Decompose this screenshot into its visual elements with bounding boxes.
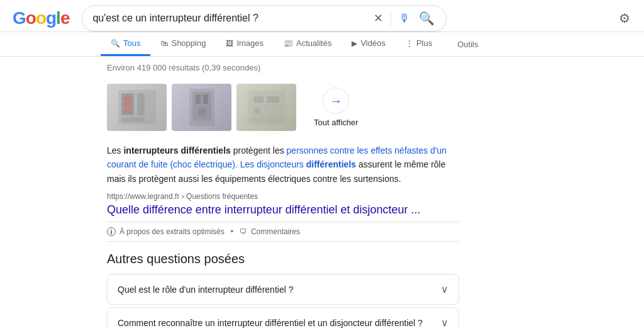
header: Google ✕ 🎙 🔍 ⚙ <box>0 0 644 32</box>
source-url: https://www.legrand.fr › Questions fréqu… <box>107 192 459 201</box>
search-button[interactable]: 🔍 <box>418 9 436 27</box>
arrow-circle: → <box>323 88 349 114</box>
search-input[interactable] <box>92 13 367 24</box>
tab-images-icon: 🖼 <box>226 39 233 48</box>
tab-plus-icon: ⋮ <box>406 39 413 48</box>
extract-label: À propos des extraits optimisés <box>119 227 225 236</box>
tab-tous[interactable]: 🔍 Tous <box>101 32 150 56</box>
svg-rect-8 <box>192 92 211 120</box>
tools-button[interactable]: Outils <box>447 33 488 55</box>
image-1[interactable] <box>107 84 167 131</box>
faq-item-2[interactable]: Comment reconnaître un interrupteur diff… <box>107 307 459 328</box>
tab-actualites-label: Actualités <box>296 38 331 48</box>
comment-icon: 🗨 <box>240 227 247 236</box>
mic-icon: 🎙 <box>399 12 410 25</box>
tab-shopping-icon: 🛍 <box>160 39 168 48</box>
header-right: ⚙ <box>618 9 631 27</box>
tab-tous-label: Tous <box>123 38 140 48</box>
clear-icon: ✕ <box>374 11 383 25</box>
faq-question-1: Quel est le rôle d'un interrupteur diffé… <box>118 285 293 295</box>
circuit-board-icon-2 <box>180 87 224 128</box>
show-all-button[interactable]: → Tout afficher <box>301 81 371 133</box>
svg-rect-4 <box>124 96 131 101</box>
autres-questions-title: Autres questions posées <box>107 252 459 266</box>
tab-plus[interactable]: ⋮ Plus <box>396 32 442 56</box>
svg-rect-16 <box>267 96 279 103</box>
autres-questions-section: Autres questions posées Quel est le rôle… <box>107 252 459 328</box>
svg-rect-12 <box>194 118 210 122</box>
main-content: Environ 419 000 résultats (0,39 secondes… <box>0 57 566 328</box>
chevron-down-icon-1: ∨ <box>441 283 448 295</box>
svg-rect-5 <box>124 102 131 107</box>
tab-images[interactable]: 🖼 Images <box>216 32 274 56</box>
tab-actualites[interactable]: 📰 Actualités <box>274 32 341 56</box>
mic-button[interactable]: 🎙 <box>397 11 411 26</box>
extract-footer: ℹ À propos des extraits optimisés • 🗨 Co… <box>107 222 459 242</box>
gear-icon: ⚙ <box>619 11 630 26</box>
arrow-icon: → <box>330 94 342 108</box>
nav-tabs: 🔍 Tous 🛍 Shopping 🖼 Images 📰 Actualités … <box>0 32 644 57</box>
tab-shopping-label: Shopping <box>171 38 206 48</box>
svg-rect-6 <box>124 108 131 113</box>
chevron-down-icon-2: ∨ <box>441 317 448 328</box>
show-all-label: Tout afficher <box>314 118 358 127</box>
tab-images-label: Images <box>236 38 264 48</box>
svg-rect-10 <box>203 94 208 104</box>
tab-videos-label: Vidéos <box>360 38 386 48</box>
bold-differentiels: différentiels <box>306 159 356 169</box>
svg-rect-18 <box>251 118 282 122</box>
info-icon[interactable]: ℹ <box>107 227 116 236</box>
bold-interrupteurs: interrupteurs différentiels <box>123 145 230 156</box>
tab-videos-icon: ▶ <box>352 39 357 48</box>
faq-question-2: Comment reconnaître un interrupteur diff… <box>118 318 423 328</box>
tab-shopping[interactable]: 🛍 Shopping <box>150 32 216 56</box>
svg-point-17 <box>254 108 260 114</box>
circuit-board-icon-3 <box>245 87 289 128</box>
svg-rect-9 <box>196 94 201 104</box>
svg-rect-2 <box>137 93 145 115</box>
settings-button[interactable]: ⚙ <box>618 9 631 27</box>
divider <box>391 11 391 26</box>
results-count: Environ 419 000 résultats (0,39 secondes… <box>107 63 459 72</box>
separator: • <box>231 227 233 236</box>
image-2[interactable] <box>172 84 231 131</box>
svg-rect-15 <box>254 96 264 103</box>
tab-videos[interactable]: ▶ Vidéos <box>341 32 396 56</box>
faq-item-1[interactable]: Quel est le rôle d'un interrupteur diffé… <box>107 274 459 305</box>
result-title[interactable]: Quelle différence entre interrupteur dif… <box>107 203 459 217</box>
google-logo: Google <box>13 8 69 28</box>
image-3[interactable] <box>236 84 296 131</box>
tab-actualites-icon: 📰 <box>284 39 293 48</box>
comments-label[interactable]: Commentaires <box>251 227 300 236</box>
clear-button[interactable]: ✕ <box>372 10 384 26</box>
tab-tous-icon: 🔍 <box>111 39 120 48</box>
image-carousel: → Tout afficher <box>107 81 459 133</box>
search-bar-icons: ✕ 🎙 🔍 <box>372 9 436 27</box>
svg-rect-3 <box>121 117 145 122</box>
search-bar: ✕ 🎙 🔍 <box>82 5 447 31</box>
tab-plus-label: Plus <box>416 38 432 48</box>
search-icon: 🔍 <box>419 11 435 26</box>
description-text: Les interrupteurs différentiels protègen… <box>107 144 459 186</box>
circuit-board-icon-1 <box>115 87 159 128</box>
svg-point-11 <box>198 108 206 116</box>
